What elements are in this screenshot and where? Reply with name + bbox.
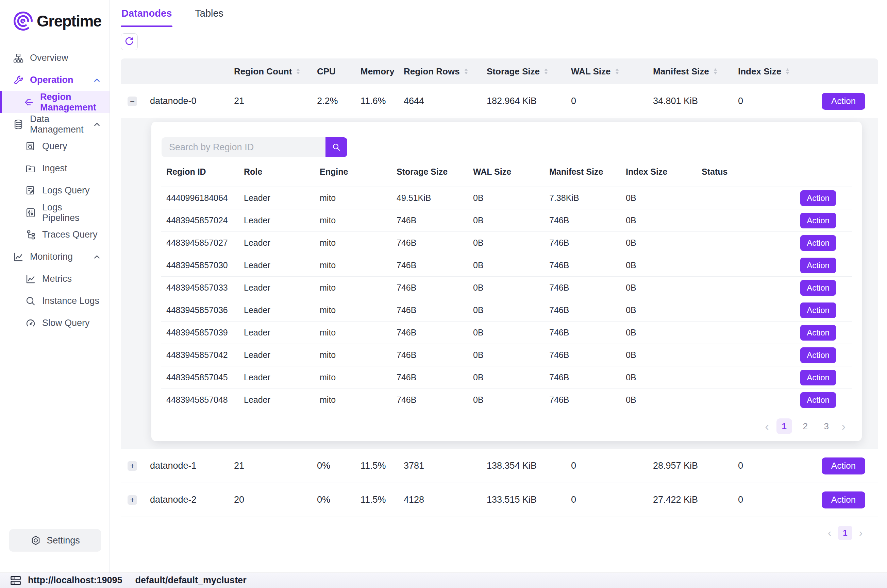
pagination-page-2[interactable]: 2	[798, 418, 813, 434]
cpu-value: 0%	[317, 495, 361, 505]
region-table-header: Region ID Role Engine Storage Size WAL S…	[161, 157, 852, 187]
engine-value: mito	[320, 216, 397, 225]
pagination-next-icon[interactable]: ›	[840, 420, 848, 433]
sidebar-item-label: Slow Query	[42, 318, 90, 328]
document-edit-icon	[25, 185, 36, 196]
sidebar-item-label: Traces Query	[42, 230, 98, 240]
sort-icon[interactable]	[464, 68, 468, 74]
sort-icon[interactable]	[544, 68, 548, 74]
wrench-icon	[13, 75, 24, 86]
region-action-button[interactable]: Action	[800, 370, 836, 386]
role-value: Leader	[244, 372, 320, 382]
column-label: Status	[702, 167, 756, 177]
region-action-button[interactable]: Action	[800, 190, 836, 206]
wal-size-value: 0B	[473, 328, 549, 338]
server-icon	[9, 574, 22, 586]
pagination-prev-icon[interactable]: ‹	[763, 420, 771, 433]
region-search-button[interactable]	[325, 137, 347, 157]
sidebar-item-operation[interactable]: Operation	[0, 69, 110, 91]
chevron-up-icon[interactable]	[93, 252, 101, 261]
main-content: Datanodes Tables Region Count CPU Memory	[110, 0, 887, 573]
pagination-page-1[interactable]: 1	[838, 526, 852, 540]
sidebar-item-ingest[interactable]: Ingest	[0, 158, 110, 180]
search-icon	[332, 143, 341, 152]
row-expander-button[interactable]: −	[128, 96, 137, 106]
sidebar-item-traces-query[interactable]: Traces Query	[0, 224, 110, 246]
settings-button[interactable]: Settings	[9, 529, 101, 552]
sidebar-item-label: Metrics	[42, 274, 72, 284]
datanode-name: datanode-0	[150, 96, 234, 106]
datanode-table: Region Count CPU Memory Region Rows Stor…	[121, 58, 878, 540]
chevron-up-icon[interactable]	[93, 120, 101, 129]
region-id-value: 4483945857045	[166, 372, 244, 382]
storage-size-value: 746B	[397, 350, 473, 360]
role-value: Leader	[244, 395, 320, 405]
sidebar-item-metrics[interactable]: Metrics	[0, 268, 110, 290]
role-value: Leader	[244, 283, 320, 292]
region-merge-icon	[23, 97, 34, 108]
column-header-region-count: Region Count	[234, 66, 317, 77]
region-action-button[interactable]: Action	[800, 235, 836, 251]
sidebar-item-instance-logs[interactable]: Instance Logs	[0, 290, 110, 312]
row-expander-button[interactable]: +	[128, 461, 137, 471]
sidebar-item-region-management[interactable]: Region Management	[0, 91, 110, 113]
column-header-cpu: CPU	[317, 66, 361, 77]
pagination-next-icon[interactable]: ›	[857, 527, 864, 539]
datanode-pagination: ‹ 1 ›	[121, 517, 878, 540]
sort-icon[interactable]	[785, 68, 790, 74]
storage-size-value: 182.964 KiB	[487, 96, 571, 106]
region-row: 4483945857048 Leader mito 746B 0B 746B 0…	[161, 389, 852, 411]
region-action-button[interactable]: Action	[800, 258, 836, 273]
chevron-up-icon[interactable]	[93, 76, 101, 85]
region-id-value: 4440996184064	[166, 193, 244, 203]
role-value: Leader	[244, 238, 320, 248]
row-expander-button[interactable]: +	[128, 495, 137, 505]
storage-size-value: 49.51KiB	[397, 193, 473, 203]
pagination-page-3[interactable]: 3	[819, 418, 834, 434]
sort-icon[interactable]	[296, 68, 300, 74]
sidebar-item-monitoring[interactable]: Monitoring	[0, 246, 110, 268]
sidebar-item-logs-pipelines[interactable]: Logs Pipelines	[0, 201, 110, 224]
sidebar-item-slow-query[interactable]: Slow Query	[0, 312, 110, 334]
manifest-size-value: 746B	[549, 216, 626, 225]
region-action-button[interactable]: Action	[800, 392, 836, 408]
datanode-action-button[interactable]: Action	[822, 93, 865, 110]
wal-size-value: 0B	[473, 395, 549, 405]
storage-size-value: 746B	[397, 395, 473, 405]
datanode-action-button[interactable]: Action	[822, 492, 865, 508]
gear-icon	[30, 535, 41, 546]
manifest-size-value: 34.801 KiB	[653, 96, 738, 106]
region-action-button[interactable]: Action	[800, 303, 836, 318]
region-action-button[interactable]: Action	[800, 213, 836, 228]
pagination-prev-icon[interactable]: ‹	[826, 527, 833, 539]
speedometer-icon	[25, 318, 36, 328]
role-value: Leader	[244, 328, 320, 338]
wal-size-value: 0B	[473, 350, 549, 360]
storage-size-value: 746B	[397, 283, 473, 292]
datanode-action-button[interactable]: Action	[822, 458, 865, 474]
sort-icon[interactable]	[615, 68, 619, 74]
sidebar-nav: Overview Operation Region Management	[0, 47, 110, 334]
index-size-value: 0B	[626, 350, 702, 360]
index-size-value: 0B	[626, 372, 702, 382]
sort-icon[interactable]	[713, 68, 718, 74]
region-id-value: 4483945857030	[166, 260, 244, 270]
cpu-value: 0%	[317, 460, 361, 471]
datanode-rows: − datanode-0 21 2.2% 11.6% 4644 182.964 …	[121, 84, 878, 517]
region-action-button[interactable]: Action	[800, 325, 836, 340]
pagination-page-1[interactable]: 1	[776, 418, 792, 434]
region-search-input[interactable]	[162, 137, 325, 157]
region-pagination: ‹ 1 2 3 ›	[161, 411, 852, 441]
sidebar-item-query[interactable]: Query	[0, 135, 110, 158]
engine-value: mito	[320, 193, 397, 203]
region-action-button[interactable]: Action	[800, 347, 836, 363]
region-action-button[interactable]: Action	[800, 280, 836, 296]
tab-tables[interactable]: Tables	[194, 0, 224, 27]
sidebar-item-logs-query[interactable]: Logs Query	[0, 180, 110, 201]
sidebar-item-overview[interactable]: Overview	[0, 47, 110, 69]
tab-datanodes[interactable]: Datanodes	[121, 0, 173, 27]
region-id-value: 4483945857036	[166, 305, 244, 315]
region-id-value: 4483945857048	[166, 395, 244, 405]
sidebar-item-data-management[interactable]: Data Management	[0, 113, 110, 135]
refresh-button[interactable]	[121, 33, 138, 50]
